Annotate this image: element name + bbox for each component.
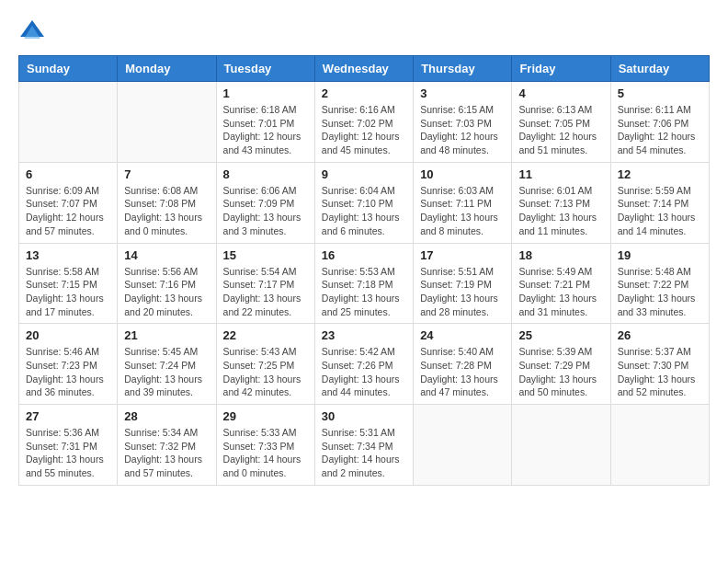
day-number: 30 xyxy=(322,409,406,423)
logo-icon xyxy=(18,18,46,46)
calendar-cell: 25Sunrise: 5:39 AM Sunset: 7:29 PM Dayli… xyxy=(512,324,610,405)
day-number: 2 xyxy=(322,86,406,100)
calendar-cell: 29Sunrise: 5:33 AM Sunset: 7:33 PM Dayli… xyxy=(216,405,314,486)
calendar-cell: 6Sunrise: 6:09 AM Sunset: 7:07 PM Daylig… xyxy=(19,162,118,243)
calendar-cell: 1Sunrise: 6:18 AM Sunset: 7:01 PM Daylig… xyxy=(216,82,314,163)
calendar-cell: 2Sunrise: 6:16 AM Sunset: 7:02 PM Daylig… xyxy=(314,82,413,163)
calendar-week-5: 27Sunrise: 5:36 AM Sunset: 7:31 PM Dayli… xyxy=(19,405,710,486)
day-info: Sunrise: 5:39 AM Sunset: 7:29 PM Dayligh… xyxy=(518,345,603,399)
day-number: 21 xyxy=(124,328,209,342)
weekday-header-saturday: Saturday xyxy=(610,56,709,82)
day-number: 27 xyxy=(26,409,110,423)
day-info: Sunrise: 5:40 AM Sunset: 7:28 PM Dayligh… xyxy=(420,345,505,399)
day-number: 16 xyxy=(322,248,406,262)
calendar-cell xyxy=(414,405,512,486)
day-number: 17 xyxy=(420,248,505,262)
day-info: Sunrise: 5:31 AM Sunset: 7:34 PM Dayligh… xyxy=(322,426,406,480)
calendar-cell: 16Sunrise: 5:53 AM Sunset: 7:18 PM Dayli… xyxy=(314,243,413,324)
calendar-cell: 12Sunrise: 5:59 AM Sunset: 7:14 PM Dayli… xyxy=(610,162,709,243)
day-info: Sunrise: 6:18 AM Sunset: 7:01 PM Dayligh… xyxy=(223,103,308,157)
day-info: Sunrise: 5:51 AM Sunset: 7:19 PM Dayligh… xyxy=(420,265,505,319)
day-info: Sunrise: 5:36 AM Sunset: 7:31 PM Dayligh… xyxy=(26,426,110,480)
calendar-cell: 21Sunrise: 5:45 AM Sunset: 7:24 PM Dayli… xyxy=(118,324,216,405)
calendar-cell: 24Sunrise: 5:40 AM Sunset: 7:28 PM Dayli… xyxy=(414,324,512,405)
day-info: Sunrise: 5:59 AM Sunset: 7:14 PM Dayligh… xyxy=(618,184,702,238)
calendar-cell: 23Sunrise: 5:42 AM Sunset: 7:26 PM Dayli… xyxy=(314,324,413,405)
calendar-cell: 18Sunrise: 5:49 AM Sunset: 7:21 PM Dayli… xyxy=(512,243,610,324)
day-number: 19 xyxy=(618,248,702,262)
logo xyxy=(18,18,50,46)
day-info: Sunrise: 6:16 AM Sunset: 7:02 PM Dayligh… xyxy=(322,103,406,157)
calendar-week-3: 13Sunrise: 5:58 AM Sunset: 7:15 PM Dayli… xyxy=(19,243,710,324)
calendar: SundayMondayTuesdayWednesdayThursdayFrid… xyxy=(18,55,710,486)
day-number: 26 xyxy=(618,328,702,342)
day-number: 20 xyxy=(26,328,110,342)
day-info: Sunrise: 6:09 AM Sunset: 7:07 PM Dayligh… xyxy=(26,184,110,238)
day-number: 10 xyxy=(420,167,505,181)
weekday-header-friday: Friday xyxy=(512,56,610,82)
calendar-cell xyxy=(19,82,118,163)
calendar-week-1: 1Sunrise: 6:18 AM Sunset: 7:01 PM Daylig… xyxy=(19,82,710,163)
calendar-cell: 8Sunrise: 6:06 AM Sunset: 7:09 PM Daylig… xyxy=(216,162,314,243)
day-number: 29 xyxy=(223,409,308,423)
calendar-cell: 14Sunrise: 5:56 AM Sunset: 7:16 PM Dayli… xyxy=(118,243,216,324)
day-number: 9 xyxy=(322,167,406,181)
day-number: 6 xyxy=(26,167,110,181)
calendar-cell: 4Sunrise: 6:13 AM Sunset: 7:05 PM Daylig… xyxy=(512,82,610,163)
day-info: Sunrise: 6:15 AM Sunset: 7:03 PM Dayligh… xyxy=(420,103,505,157)
calendar-cell: 30Sunrise: 5:31 AM Sunset: 7:34 PM Dayli… xyxy=(314,405,413,486)
calendar-cell: 9Sunrise: 6:04 AM Sunset: 7:10 PM Daylig… xyxy=(314,162,413,243)
day-number: 4 xyxy=(518,86,603,100)
day-info: Sunrise: 5:37 AM Sunset: 7:30 PM Dayligh… xyxy=(618,345,702,399)
calendar-cell xyxy=(512,405,610,486)
day-number: 23 xyxy=(322,328,406,342)
day-info: Sunrise: 5:56 AM Sunset: 7:16 PM Dayligh… xyxy=(124,265,209,319)
calendar-cell: 27Sunrise: 5:36 AM Sunset: 7:31 PM Dayli… xyxy=(19,405,118,486)
weekday-header-thursday: Thursday xyxy=(414,56,512,82)
day-number: 24 xyxy=(420,328,505,342)
day-number: 1 xyxy=(223,86,308,100)
day-number: 25 xyxy=(518,328,603,342)
day-info: Sunrise: 5:34 AM Sunset: 7:32 PM Dayligh… xyxy=(124,426,209,480)
day-info: Sunrise: 5:53 AM Sunset: 7:18 PM Dayligh… xyxy=(322,265,406,319)
calendar-week-4: 20Sunrise: 5:46 AM Sunset: 7:23 PM Dayli… xyxy=(19,324,710,405)
calendar-cell xyxy=(118,82,216,163)
day-info: Sunrise: 5:49 AM Sunset: 7:21 PM Dayligh… xyxy=(518,265,603,319)
day-info: Sunrise: 5:45 AM Sunset: 7:24 PM Dayligh… xyxy=(124,345,209,399)
weekday-header-sunday: Sunday xyxy=(19,56,118,82)
day-number: 22 xyxy=(223,328,308,342)
calendar-cell: 13Sunrise: 5:58 AM Sunset: 7:15 PM Dayli… xyxy=(19,243,118,324)
day-info: Sunrise: 6:08 AM Sunset: 7:08 PM Dayligh… xyxy=(124,184,209,238)
calendar-cell: 17Sunrise: 5:51 AM Sunset: 7:19 PM Dayli… xyxy=(414,243,512,324)
weekday-header-tuesday: Tuesday xyxy=(216,56,314,82)
day-info: Sunrise: 6:04 AM Sunset: 7:10 PM Dayligh… xyxy=(322,184,406,238)
calendar-cell: 10Sunrise: 6:03 AM Sunset: 7:11 PM Dayli… xyxy=(414,162,512,243)
day-info: Sunrise: 5:58 AM Sunset: 7:15 PM Dayligh… xyxy=(26,265,110,319)
day-info: Sunrise: 6:06 AM Sunset: 7:09 PM Dayligh… xyxy=(223,184,308,238)
weekday-header-monday: Monday xyxy=(118,56,216,82)
calendar-cell: 19Sunrise: 5:48 AM Sunset: 7:22 PM Dayli… xyxy=(610,243,709,324)
day-number: 15 xyxy=(223,248,308,262)
day-info: Sunrise: 6:01 AM Sunset: 7:13 PM Dayligh… xyxy=(518,184,603,238)
calendar-cell: 11Sunrise: 6:01 AM Sunset: 7:13 PM Dayli… xyxy=(512,162,610,243)
day-number: 8 xyxy=(223,167,308,181)
day-info: Sunrise: 6:11 AM Sunset: 7:06 PM Dayligh… xyxy=(618,103,702,157)
calendar-cell: 28Sunrise: 5:34 AM Sunset: 7:32 PM Dayli… xyxy=(118,405,216,486)
weekday-header-row: SundayMondayTuesdayWednesdayThursdayFrid… xyxy=(19,56,710,82)
day-info: Sunrise: 5:43 AM Sunset: 7:25 PM Dayligh… xyxy=(223,345,308,399)
calendar-cell: 7Sunrise: 6:08 AM Sunset: 7:08 PM Daylig… xyxy=(118,162,216,243)
calendar-cell: 3Sunrise: 6:15 AM Sunset: 7:03 PM Daylig… xyxy=(414,82,512,163)
day-info: Sunrise: 5:54 AM Sunset: 7:17 PM Dayligh… xyxy=(223,265,308,319)
day-info: Sunrise: 6:13 AM Sunset: 7:05 PM Dayligh… xyxy=(518,103,603,157)
day-number: 7 xyxy=(124,167,209,181)
day-info: Sunrise: 5:33 AM Sunset: 7:33 PM Dayligh… xyxy=(223,426,308,480)
calendar-cell xyxy=(610,405,709,486)
day-number: 5 xyxy=(618,86,702,100)
page-header xyxy=(18,18,710,46)
calendar-week-2: 6Sunrise: 6:09 AM Sunset: 7:07 PM Daylig… xyxy=(19,162,710,243)
calendar-cell: 26Sunrise: 5:37 AM Sunset: 7:30 PM Dayli… xyxy=(610,324,709,405)
calendar-cell: 20Sunrise: 5:46 AM Sunset: 7:23 PM Dayli… xyxy=(19,324,118,405)
day-number: 28 xyxy=(124,409,209,423)
day-number: 11 xyxy=(518,167,603,181)
day-number: 18 xyxy=(518,248,603,262)
